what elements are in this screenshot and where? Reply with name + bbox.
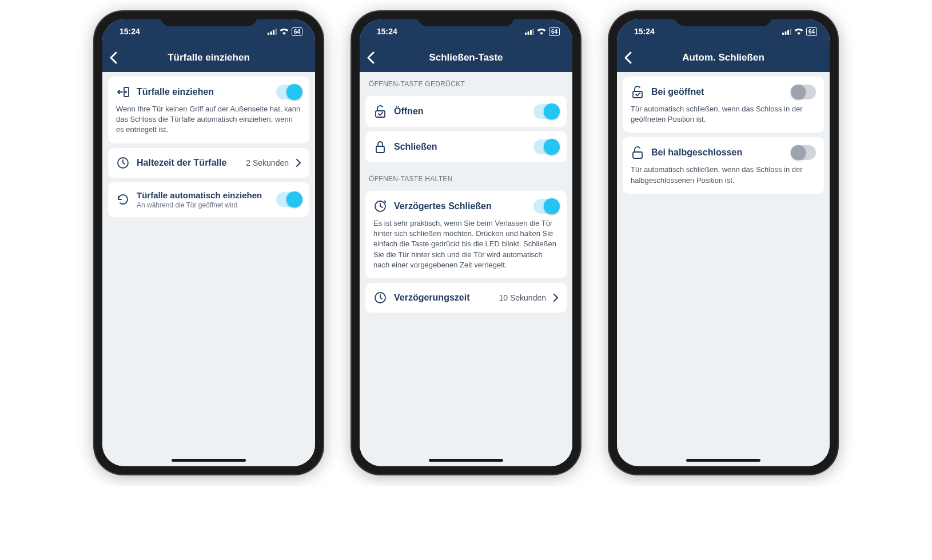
setting-description: Es ist sehr praktisch, wenn Sie beim Ver…: [373, 218, 559, 270]
nav-bar: Autom. Schließen: [617, 43, 830, 72]
setting-subtitle: An während die Tür geöffnet wird: [137, 201, 269, 209]
battery-icon: 64: [292, 27, 302, 36]
back-button[interactable]: [109, 51, 126, 64]
section-header: ÖFFNEN-TASTE GEDRÜCKT: [360, 72, 572, 91]
setting-card-autolatch: Türfalle automatisch einziehen An währen…: [108, 182, 309, 217]
toggle-halfclosed[interactable]: [791, 145, 816, 160]
setting-card-open: Öffnen: [365, 96, 567, 127]
setting-value: 2 Sekunden: [246, 158, 289, 167]
refresh-icon: [116, 193, 130, 206]
status-time: 15:24: [630, 27, 655, 36]
toggle-open[interactable]: [533, 104, 559, 119]
wifi-icon: [280, 28, 289, 35]
clock-icon: [373, 291, 387, 305]
svg-rect-17: [787, 30, 789, 35]
setting-card-halfclosed: Bei halbgeschlossen Tür automatisch schl…: [623, 137, 824, 193]
status-icons: 64: [782, 27, 817, 36]
svg-rect-9: [530, 30, 532, 35]
unlock-icon: [373, 105, 387, 118]
svg-rect-8: [527, 31, 529, 35]
page-title: Autom. Schließen: [617, 52, 830, 63]
setting-label: Öffnen: [394, 106, 527, 117]
notch: [675, 11, 772, 26]
setting-description: Wenn Ihre Tür keinen Griff auf der Außen…: [116, 104, 301, 135]
content-area: Bei geöffnet Tür automatisch schließen, …: [617, 72, 830, 466]
phone-mockup-2: 15:24 64 Schließen-Taste ÖFFNEN-TASTE GE…: [352, 11, 580, 474]
svg-rect-10: [532, 29, 534, 35]
setting-label: Türfalle automatisch einziehen: [137, 190, 269, 200]
clock-arrow-icon: [373, 199, 387, 213]
unlock-icon: [631, 146, 644, 159]
toggle-pulllatch[interactable]: [276, 85, 301, 99]
svg-rect-18: [790, 29, 791, 35]
setting-label: Bei halbgeschlossen: [651, 147, 784, 158]
setting-label: Haltezeit der Türfalle: [137, 158, 239, 168]
svg-rect-19: [633, 91, 642, 98]
setting-card-whenopen: Bei geöffnet Tür automatisch schließen, …: [623, 77, 824, 133]
setting-label: Bei geöffnet: [651, 87, 784, 97]
setting-label: Türfalle einziehen: [137, 87, 269, 97]
chevron-left-icon: [367, 51, 375, 64]
status-icons: 64: [268, 27, 302, 36]
page-title: Schließen-Taste: [360, 52, 572, 63]
svg-rect-20: [633, 152, 642, 158]
clock-icon: [116, 156, 130, 170]
signal-icon: [268, 29, 277, 35]
unlock-check-icon: [631, 85, 644, 99]
nav-bar: Türfalle einziehen: [102, 43, 315, 72]
setting-card-delaytime[interactable]: Verzögerungszeit 10 Sekunden: [365, 283, 567, 313]
content-area: Türfalle einziehen Wenn Ihre Tür keinen …: [102, 72, 315, 466]
setting-description: Tür automatisch schließen, wenn das Schl…: [631, 165, 816, 185]
svg-rect-3: [275, 29, 277, 35]
setting-value: 10 Sekunden: [499, 293, 546, 302]
setting-card-close: Schließen: [365, 131, 567, 162]
signal-icon: [525, 29, 534, 35]
content-area: ÖFFNEN-TASTE GEDRÜCKT Öffnen Schließen: [360, 72, 572, 466]
signal-icon: [782, 29, 791, 35]
lock-icon: [373, 140, 387, 154]
door-latch-icon: [116, 85, 130, 99]
notch: [417, 11, 515, 26]
chevron-right-icon: [553, 293, 559, 302]
setting-description: Tür automatisch schließen, wenn das Schl…: [631, 104, 816, 125]
svg-point-5: [125, 91, 126, 93]
toggle-autolatch[interactable]: [276, 192, 301, 207]
battery-icon: 64: [806, 27, 817, 36]
svg-rect-0: [268, 33, 269, 35]
setting-card-pulllatch: Türfalle einziehen Wenn Ihre Tür keinen …: [108, 77, 309, 143]
status-icons: 64: [525, 27, 560, 36]
notch: [160, 11, 257, 26]
status-time: 15:24: [372, 27, 397, 36]
home-indicator[interactable]: [429, 459, 503, 462]
setting-card-delayed: Verzögertes Schließen Es ist sehr prakti…: [365, 191, 567, 278]
battery-icon: 64: [549, 27, 560, 36]
toggle-delayed[interactable]: [533, 199, 559, 214]
back-button[interactable]: [624, 51, 641, 64]
back-button[interactable]: [367, 51, 384, 64]
home-indicator[interactable]: [686, 459, 760, 462]
svg-rect-15: [782, 33, 784, 35]
chevron-left-icon: [109, 51, 117, 64]
toggle-close[interactable]: [533, 139, 559, 154]
status-time: 15:24: [115, 27, 140, 36]
nav-bar: Schließen-Taste: [360, 43, 572, 72]
wifi-icon: [794, 28, 803, 35]
toggle-whenopen[interactable]: [791, 85, 816, 99]
svg-rect-11: [376, 111, 385, 117]
chevron-right-icon: [296, 158, 301, 167]
svg-rect-12: [376, 146, 384, 153]
svg-rect-16: [784, 31, 786, 35]
section-header: ÖFFNEN-TASTE HALTEN: [360, 167, 572, 186]
home-indicator[interactable]: [172, 459, 246, 462]
setting-label: Verzögerungszeit: [394, 293, 492, 303]
setting-card-holdtime[interactable]: Haltezeit der Türfalle 2 Sekunden: [108, 148, 309, 178]
page-title: Türfalle einziehen: [102, 52, 315, 63]
svg-rect-7: [525, 33, 527, 35]
svg-rect-1: [270, 31, 272, 35]
setting-label: Schließen: [394, 142, 527, 152]
phone-mockup-3: 15:24 64 Autom. Schließen Bei geöffnet: [609, 11, 838, 474]
chevron-left-icon: [624, 51, 632, 64]
setting-label: Verzögertes Schließen: [394, 201, 527, 211]
svg-rect-2: [273, 30, 274, 35]
phone-mockup-1: 15:24 64 Türfalle einziehen Türfalle ein…: [94, 11, 323, 474]
